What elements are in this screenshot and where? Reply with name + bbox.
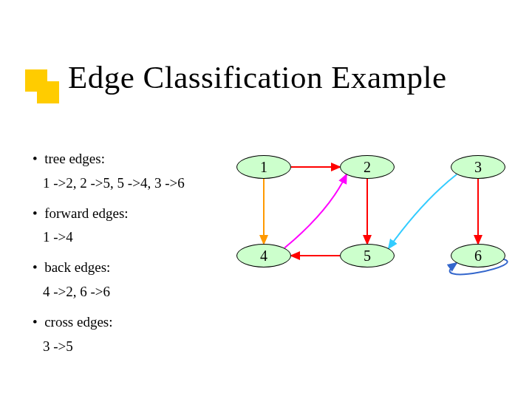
bullet-label: tree edges: (44, 151, 105, 166)
bullet-label: back edges: (44, 259, 110, 275)
bullet-forward-items: 1 ->4 (30, 229, 229, 246)
bullet-cross-items: 3 ->5 (30, 338, 229, 355)
slide: Edge Classification Example • tree edges… (0, 0, 532, 399)
bullet-tree: • tree edges: (30, 151, 229, 168)
graph-node-4: 4 (236, 244, 291, 267)
bullet-forward: • forward edges: (30, 205, 229, 222)
node-label: 4 (260, 248, 267, 265)
bullet-label: cross edges: (44, 314, 112, 330)
graph-node-3: 3 (451, 155, 505, 179)
graph: 1 2 3 4 5 6 (236, 155, 517, 303)
graph-node-2: 2 (340, 155, 395, 179)
node-label: 2 (364, 159, 371, 176)
bullet-back: • back edges: (30, 259, 229, 276)
node-label: 1 (260, 159, 267, 176)
graph-node-5: 5 (340, 244, 395, 267)
node-label: 6 (474, 248, 482, 265)
graph-node-1: 1 (236, 155, 291, 179)
bullet-tree-items: 1 ->2, 2 ->5, 5 ->4, 3 ->6 (30, 175, 229, 192)
edge-back (284, 174, 347, 248)
bullet-back-items: 4 ->2, 6 ->6 (30, 284, 229, 301)
bullet-list: • tree edges: 1 ->2, 2 ->5, 5 ->4, 3 ->6… (30, 148, 229, 368)
slide-title: Edge Classification Example (68, 59, 447, 95)
graph-node-6: 6 (451, 244, 505, 267)
bullet-cross: • cross edges: (30, 314, 229, 331)
node-label: 5 (364, 248, 371, 265)
edge-cross (389, 174, 457, 248)
node-label: 3 (474, 159, 482, 176)
bullet-label: forward edges: (44, 205, 128, 221)
accent-square (37, 81, 59, 103)
